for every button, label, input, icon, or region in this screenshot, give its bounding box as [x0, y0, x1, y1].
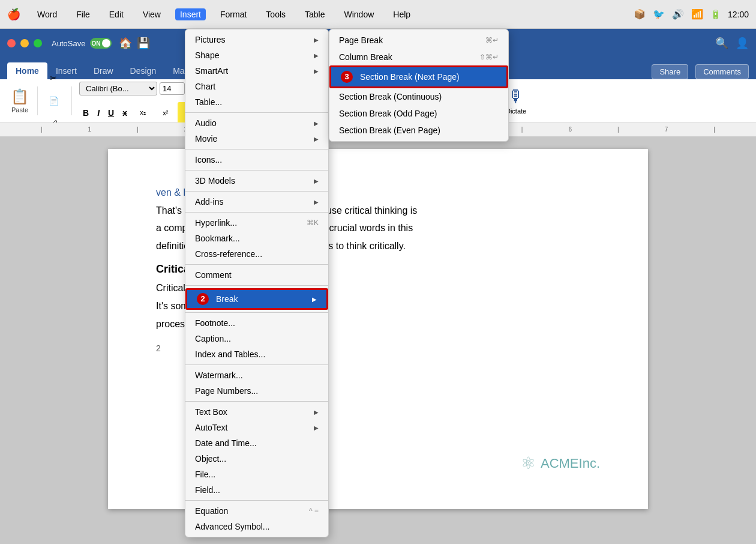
- arrow-icon: ▶: [314, 68, 319, 74]
- acme-logo: ⚛ ACMEInc.: [521, 453, 600, 473]
- menu-break[interactable]: 2 Break ▶: [185, 288, 328, 310]
- menubar-word[interactable]: Word: [32, 8, 62, 20]
- menubar-table[interactable]: Table: [300, 8, 329, 20]
- step-2-badge: 2: [197, 293, 209, 305]
- apple-icon[interactable]: 🍎: [7, 8, 20, 21]
- menubar-insert[interactable]: Insert: [175, 8, 206, 20]
- italic-button[interactable]: I: [94, 107, 103, 119]
- shortcut-label: ⌘↵: [485, 36, 499, 44]
- menu-audio[interactable]: Audio ▶: [185, 115, 328, 131]
- menu-date-time[interactable]: Date and Time...: [185, 435, 328, 451]
- menu-watermark[interactable]: Watermark...: [185, 367, 328, 383]
- dropbox-icon: 📦: [634, 8, 646, 20]
- step-3-badge: 3: [341, 71, 353, 83]
- menu-divider: [185, 149, 328, 150]
- mac-menubar: 🍎 Word File Edit View Insert Format Tool…: [0, 0, 756, 29]
- menubar-view[interactable]: View: [138, 8, 166, 20]
- shortcut-label: ^ =: [309, 507, 319, 515]
- menu-icons[interactable]: Icons...: [185, 152, 328, 168]
- traffic-lights: [7, 39, 42, 47]
- underline-button[interactable]: U: [104, 107, 118, 119]
- acme-text: ACMEInc.: [541, 456, 600, 471]
- subscript-button[interactable]: x₂: [132, 102, 154, 124]
- strikethrough-button[interactable]: x: [119, 107, 131, 119]
- menubar-tools[interactable]: Tools: [261, 8, 290, 20]
- break-section-even-page[interactable]: Section Break (Even Page): [329, 122, 508, 139]
- cut-button[interactable]: ✂: [43, 67, 64, 89]
- menu-addins[interactable]: Add-ins ▶: [185, 194, 328, 210]
- tab-design[interactable]: Design: [122, 62, 165, 79]
- paste-icon: 📋: [11, 88, 29, 105]
- autosave-toggle[interactable]: ON: [90, 38, 112, 49]
- maximize-button[interactable]: [34, 39, 42, 47]
- menubar-edit[interactable]: Edit: [104, 8, 128, 20]
- menu-pictures[interactable]: Pictures ▶: [185, 32, 328, 47]
- autosave-state: ON: [91, 40, 100, 47]
- menu-divider: [185, 285, 328, 286]
- break-section-odd-page[interactable]: Section Break (Odd Page): [329, 105, 508, 122]
- menubar-help[interactable]: Help: [388, 8, 415, 20]
- minimize-button[interactable]: [20, 39, 29, 47]
- save-icon[interactable]: 💾: [137, 37, 150, 50]
- close-button[interactable]: [7, 39, 16, 47]
- dictate-icon: 🎙: [508, 86, 524, 106]
- menu-footnote[interactable]: Footnote...: [185, 315, 328, 331]
- font-size-input[interactable]: [160, 82, 185, 95]
- nav-icons: 🏠 💾: [119, 37, 150, 50]
- menu-index-tables[interactable]: Index and Tables...: [185, 346, 328, 362]
- paste-button[interactable]: 📋 Paste: [7, 86, 32, 116]
- menu-comment[interactable]: Comment: [185, 267, 328, 283]
- menu-object[interactable]: Object...: [185, 451, 328, 467]
- menu-shape[interactable]: Shape ▶: [185, 47, 328, 63]
- account-icon[interactable]: 👤: [736, 37, 749, 50]
- share-button[interactable]: Share: [652, 64, 688, 79]
- bold-button[interactable]: B: [79, 107, 92, 119]
- menu-smartart[interactable]: SmartArt ▶: [185, 63, 328, 79]
- menu-caption[interactable]: Caption...: [185, 331, 328, 346]
- break-column-break[interactable]: Column Break ⇧⌘↵: [329, 49, 508, 65]
- tab-draw[interactable]: Draw: [85, 62, 122, 79]
- menu-chart[interactable]: Chart: [185, 79, 328, 94]
- menu-hyperlink[interactable]: Hyperlink... ⌘K: [185, 215, 328, 231]
- menu-divider: [185, 312, 328, 313]
- break-page-break[interactable]: Page Break ⌘↵: [329, 32, 508, 49]
- menu-cross-reference[interactable]: Cross-reference...: [185, 246, 328, 262]
- arrow-icon: ▶: [314, 52, 319, 59]
- menu-file[interactable]: File...: [185, 467, 328, 482]
- arrow-icon: ▶: [314, 409, 319, 416]
- home-icon[interactable]: 🏠: [119, 37, 132, 50]
- menu-page-numbers[interactable]: Page Numbers...: [185, 383, 328, 399]
- menu-divider: [185, 264, 328, 265]
- menu-3dmodels[interactable]: 3D Models ▶: [185, 173, 328, 189]
- acme-atom-icon: ⚛: [521, 453, 536, 473]
- insert-menu: Pictures ▶ Shape ▶ SmartArt ▶ Chart Tabl…: [185, 29, 329, 537]
- break-section-next-page[interactable]: 3 Section Break (Next Page): [329, 65, 508, 88]
- menu-bookmark[interactable]: Bookmark...: [185, 231, 328, 246]
- ribbon-right: Share Comments: [652, 64, 749, 79]
- menu-field[interactable]: Field...: [185, 482, 328, 498]
- menu-divider: [185, 212, 328, 213]
- menu-autotext[interactable]: AutoText ▶: [185, 420, 328, 435]
- menu-textbox[interactable]: Text Box ▶: [185, 404, 328, 420]
- menubar-format[interactable]: Format: [215, 8, 251, 20]
- search-icon[interactable]: 🔍: [715, 37, 728, 50]
- arrow-icon: ▶: [314, 136, 319, 142]
- menu-divider: [185, 401, 328, 402]
- menubar-window[interactable]: Window: [340, 8, 379, 20]
- dictate-group[interactable]: 🎙 Dictate: [506, 86, 526, 115]
- menu-advanced-symbol[interactable]: Advanced Symbol...: [185, 519, 328, 534]
- break-section-continuous[interactable]: Section Break (Continuous): [329, 88, 508, 105]
- menu-divider: [185, 170, 328, 171]
- titlebar-right: 🔍 👤: [715, 37, 749, 50]
- comments-button[interactable]: Comments: [695, 64, 749, 79]
- copy-button[interactable]: 📄: [43, 90, 64, 112]
- font-selector[interactable]: Calibri (Bo...: [79, 82, 157, 95]
- superscript-button[interactable]: x²: [155, 102, 176, 124]
- arrow-icon: ▶: [312, 296, 317, 303]
- menu-table[interactable]: Table...: [185, 94, 328, 110]
- menu-movie[interactable]: Movie ▶: [185, 131, 328, 147]
- menu-equation[interactable]: Equation ^ =: [185, 503, 328, 519]
- arrow-icon: ▶: [314, 37, 319, 43]
- autosave-knob: [102, 39, 110, 47]
- menubar-file[interactable]: File: [71, 8, 95, 20]
